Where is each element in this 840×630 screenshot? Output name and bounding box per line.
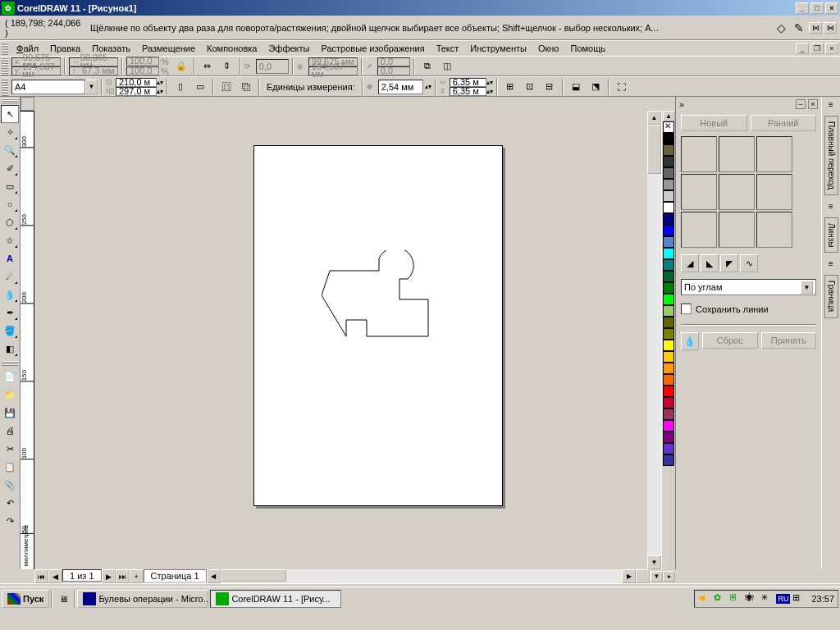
snap2-icon[interactable]: ⊡	[521, 78, 539, 96]
eyedropper-preset-icon[interactable]: 💧	[681, 332, 699, 350]
opt2-icon[interactable]: ⬔	[587, 78, 605, 96]
opt1-icon[interactable]: ⬓	[567, 78, 585, 96]
color-swatch[interactable]	[663, 328, 674, 340]
page-tab[interactable]: Страница 1	[144, 569, 207, 582]
color-swatch[interactable]	[663, 213, 674, 225]
ellipse-tool[interactable]: ○	[1, 195, 19, 213]
page-height[interactable]: 297,0 м	[119, 88, 150, 95]
scroll-right-icon[interactable]: ▶	[622, 569, 636, 583]
tray-icon[interactable]: ⊞	[792, 592, 806, 605]
color-swatch[interactable]	[663, 156, 674, 167]
palette-expand-icon[interactable]: ▸	[663, 571, 675, 582]
aux-tool-4[interactable]: 🖨	[1, 422, 19, 440]
page-layout2-icon[interactable]: ⿻	[237, 78, 255, 96]
grip-icon[interactable]	[2, 98, 18, 103]
quicklaunch-icon[interactable]: 🖥	[54, 590, 72, 608]
color-swatch[interactable]	[663, 317, 674, 328]
tray-icon[interactable]: ⛨	[729, 592, 742, 605]
no-fill-swatch[interactable]	[663, 121, 674, 133]
palette-up-icon[interactable]: ▲	[663, 111, 675, 121]
color-swatch[interactable]	[663, 431, 674, 443]
color-swatch[interactable]	[663, 351, 674, 363]
mode-double-icon[interactable]: ◤	[720, 254, 738, 272]
tray-icon[interactable]: ◀	[698, 592, 711, 605]
color-swatch[interactable]	[663, 363, 674, 374]
mirror-v-icon[interactable]: ⇕	[218, 57, 236, 75]
color-swatch[interactable]	[663, 133, 674, 144]
paper-size-combo[interactable]: A4	[11, 80, 85, 94]
taskbar-task-word[interactable]: Булевы операции - Micro...	[77, 590, 208, 608]
color-swatch[interactable]	[663, 259, 674, 271]
color-swatch[interactable]	[663, 202, 674, 213]
pick-tool[interactable]: ↖	[1, 105, 19, 123]
color-swatch[interactable]	[663, 454, 674, 466]
menu-tools[interactable]: Инструменты	[464, 42, 532, 55]
outline-tool[interactable]: ✒	[1, 304, 19, 322]
next-page-icon[interactable]: ▶	[102, 569, 116, 583]
portrait-icon[interactable]: ▯	[171, 78, 189, 96]
interactive-blend-tool[interactable]: ☄	[1, 267, 19, 285]
doc-restore-button[interactable]: ❐	[810, 43, 824, 54]
color-swatch[interactable]	[663, 397, 674, 409]
vertical-ruler[interactable]: миллиметров 30025020015010050	[21, 111, 34, 569]
preset-cell[interactable]	[756, 136, 792, 172]
preset-cell[interactable]	[681, 136, 717, 172]
preset-cell[interactable]	[756, 174, 792, 210]
color-swatch[interactable]	[663, 409, 674, 420]
color-swatch[interactable]	[663, 190, 674, 202]
preset-cell[interactable]	[756, 212, 792, 248]
grip-icon[interactable]	[2, 57, 8, 75]
maximize-button[interactable]: □	[810, 2, 824, 14]
doc-close-button[interactable]: ×	[825, 43, 838, 54]
tray-icon[interactable]: ☀	[760, 592, 774, 605]
page-width[interactable]: 210,0 м	[119, 79, 150, 86]
color-swatch[interactable]	[663, 340, 674, 351]
aux-tool-8[interactable]: ↶	[1, 494, 19, 512]
menu-effects[interactable]: Эффекты	[262, 42, 315, 55]
grip-icon[interactable]	[2, 361, 18, 366]
apply-button[interactable]: Принять	[761, 332, 817, 349]
eyedropper-tool[interactable]: 💧	[1, 285, 19, 304]
docker-minimize-icon[interactable]: –	[796, 99, 806, 109]
color-swatch[interactable]	[663, 248, 674, 259]
minimize-button[interactable]: _	[796, 2, 809, 14]
scroll-left-icon[interactable]: ◀	[207, 569, 221, 583]
mode-line-icon[interactable]: ◢	[681, 254, 699, 272]
color-swatch[interactable]	[663, 386, 674, 397]
zoom-tool[interactable]: 🔍	[1, 141, 19, 159]
start-button[interactable]: Пуск	[2, 590, 49, 608]
menu-help[interactable]: Помощь	[564, 42, 611, 55]
doc-bowtie1-icon[interactable]: ⋈	[809, 22, 822, 34]
docker-close-icon[interactable]: ×	[808, 99, 818, 109]
polygon-tool[interactable]: ⬠	[1, 213, 19, 231]
palette-down-icon[interactable]: ▼	[651, 571, 663, 582]
dup-y[interactable]: 6,35 м	[453, 88, 479, 95]
language-indicator[interactable]: RU	[776, 594, 790, 604]
reset-button[interactable]: Сброс	[702, 332, 758, 349]
docker-tab-icon[interactable]: ≡	[829, 202, 833, 211]
aux-tool-6[interactable]: 📋	[1, 458, 19, 476]
taskbar-task-corel[interactable]: CorelDRAW 11 - [Рису...	[210, 590, 341, 608]
aux-tool-7[interactable]: 📎	[1, 476, 19, 494]
color-swatch[interactable]	[663, 443, 674, 454]
vertical-scrollbar[interactable]: ▲ ▼	[647, 111, 661, 569]
mirror-h-icon[interactable]: ⇔	[199, 57, 217, 75]
dup-x[interactable]: 6,35 м	[453, 79, 479, 86]
shape-tool[interactable]: ✧	[1, 123, 19, 141]
menu-arrange[interactable]: Компоновка	[201, 42, 262, 55]
lock-ratio-icon[interactable]: 🔒	[172, 57, 190, 75]
first-page-icon[interactable]: ⏮	[34, 569, 48, 583]
docker-old-button[interactable]: Ранний	[751, 115, 817, 131]
docker-tab-lens[interactable]: Линзы	[824, 217, 838, 253]
drawing-shape[interactable]	[322, 250, 436, 340]
color-swatch[interactable]	[663, 225, 674, 236]
tray-icon[interactable]: ✿	[714, 592, 727, 605]
docker-flyout-icon[interactable]: »	[679, 99, 684, 109]
keep-lines-checkbox[interactable]	[681, 304, 692, 314]
color-swatch[interactable]	[663, 144, 674, 156]
add-page-icon[interactable]: +	[130, 569, 144, 583]
mode-free-icon[interactable]: ∿	[740, 254, 758, 272]
nudge-distance[interactable]: 2,54 мм	[381, 82, 414, 92]
preset-cell[interactable]	[719, 136, 755, 172]
aux-tool-5[interactable]: ✂	[1, 440, 19, 458]
